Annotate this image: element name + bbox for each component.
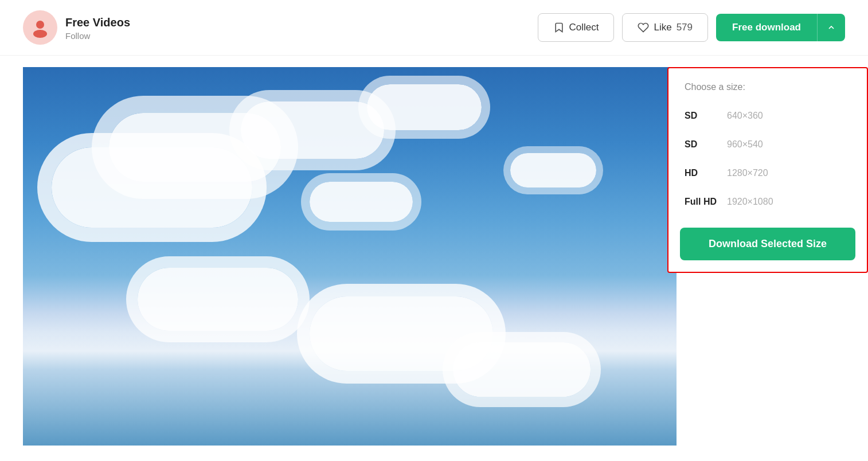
main-content: Choose a size: SD 640×360 SD 960×540 HD … — [0, 56, 868, 446]
size-dimensions: 1920×1080 — [727, 197, 773, 207]
cloud-decoration — [510, 153, 596, 187]
cloud-decoration — [453, 342, 591, 397]
collect-icon — [553, 22, 565, 33]
size-quality-label: SD — [685, 111, 719, 121]
video-background — [23, 67, 677, 446]
follow-link[interactable]: Follow — [65, 31, 130, 41]
size-dimensions: 960×540 — [727, 139, 763, 150]
user-profile-section: Free Videos Follow — [23, 10, 130, 45]
size-dimensions: 640×360 — [727, 111, 763, 121]
download-button-group: Free download — [716, 14, 845, 41]
like-button[interactable]: Like 579 — [622, 13, 708, 42]
chevron-up-icon — [827, 23, 836, 32]
free-download-button[interactable]: Free download — [716, 14, 817, 41]
size-quality-label: HD — [685, 168, 719, 178]
user-name: Free Videos — [65, 15, 130, 30]
avatar — [23, 10, 57, 45]
cloud-decoration — [52, 147, 252, 228]
size-option-hd-1280[interactable]: HD 1280×720 — [668, 159, 867, 187]
svg-point-0 — [36, 21, 44, 29]
heart-icon — [638, 22, 649, 33]
download-selected-size-button[interactable]: Download Selected Size — [680, 228, 855, 260]
video-container — [23, 67, 677, 446]
svg-point-1 — [33, 30, 47, 38]
size-quality-label: SD — [685, 139, 719, 150]
collect-label: Collect — [569, 22, 599, 33]
user-info: Free Videos Follow — [65, 15, 130, 41]
page-header: Free Videos Follow Collect Like 579 Free… — [0, 0, 868, 56]
header-actions: Collect Like 579 Free download — [538, 13, 846, 42]
size-quality-label: Full HD — [685, 197, 719, 207]
size-option-sd-960[interactable]: SD 960×540 — [668, 130, 867, 159]
cloud-decoration — [138, 268, 298, 331]
size-dimensions: 1280×720 — [727, 168, 768, 178]
size-dropdown-panel: Choose a size: SD 640×360 SD 960×540 HD … — [667, 67, 868, 273]
cloud-decoration — [241, 101, 384, 159]
cloud-decoration — [310, 182, 413, 222]
like-count: 579 — [677, 22, 693, 33]
like-label: Like — [654, 22, 671, 33]
cloud-decoration — [367, 84, 482, 130]
avatar-icon — [30, 17, 50, 38]
size-option-fullhd-1920[interactable]: Full HD 1920×1080 — [668, 187, 867, 216]
collect-button[interactable]: Collect — [538, 13, 615, 42]
download-dropdown-toggle[interactable] — [817, 14, 845, 41]
size-option-sd-640[interactable]: SD 640×360 — [668, 101, 867, 130]
choose-size-label: Choose a size: — [668, 82, 867, 101]
